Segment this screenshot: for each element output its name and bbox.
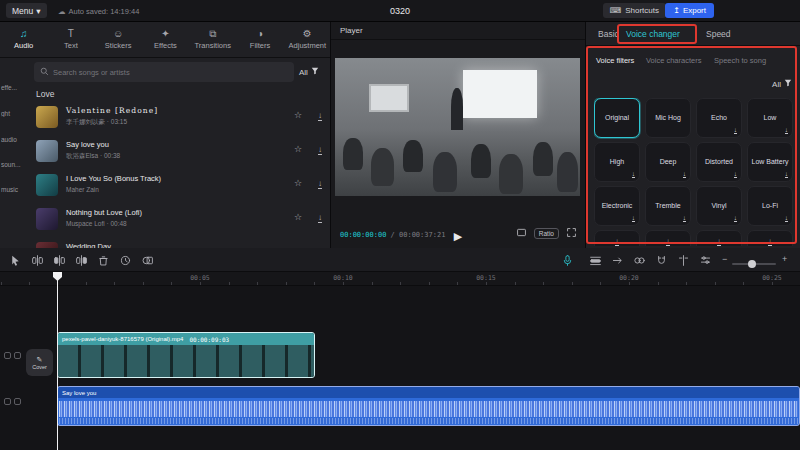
preview-quality-icon[interactable] [516, 227, 527, 240]
song-thumbnail [36, 140, 58, 162]
video-clip[interactable]: pexels-pavel-daniyuk-8716579 (Original).… [57, 332, 315, 378]
tab-adjustment[interactable]: ⚙ Adjustment [284, 22, 331, 57]
song-row[interactable]: Nothing but Love (Lofi) Muspace Lofi 00:… [36, 204, 328, 236]
song-duration: 03:15 [107, 118, 127, 125]
voice-filter-button[interactable]: Low ↓ [747, 98, 793, 138]
playhead[interactable] [57, 272, 58, 450]
player-title: Player [340, 26, 363, 35]
fullscreen-icon[interactable] [566, 227, 577, 240]
funnel-icon [784, 79, 792, 89]
voice-filter-button[interactable]: Distorted ↓ [696, 142, 742, 182]
star-icon[interactable]: ☆ [294, 144, 302, 154]
delete-icon[interactable] [96, 253, 110, 267]
voice-filter-all-button[interactable]: All [772, 79, 792, 89]
timeline-zoom-slider[interactable] [732, 263, 776, 265]
tab-audio[interactable]: ♫ Audio [0, 22, 47, 57]
magnet-icon[interactable] [654, 253, 668, 267]
song-thumbnail [36, 208, 58, 230]
mask-icon[interactable] [140, 253, 154, 267]
track-lock-icon[interactable] [14, 352, 21, 359]
song-artist: Maher Zain [66, 186, 99, 193]
preview-axis-icon[interactable] [676, 253, 690, 267]
audio-clip[interactable]: Say love you [57, 386, 800, 426]
tab-voice-changer[interactable]: Voice changer [626, 29, 680, 39]
song-row[interactable]: Valentine [Redone] 李千娜刘以豪 03:15 ☆ ↓ [36, 102, 328, 134]
ratio-button[interactable]: Ratio [534, 228, 559, 239]
subtab-speech-to-song[interactable]: Speech to song [714, 56, 766, 65]
whiteboard [369, 84, 409, 112]
timeline-ruler[interactable]: 00:05 00:10 00:15 00:20 00:25 [0, 272, 800, 286]
subtab-voice-filters[interactable]: Voice filters [596, 56, 634, 65]
download-icon[interactable]: ↓ [318, 213, 322, 223]
voice-filter-button[interactable]: Mic Hog [645, 98, 691, 138]
section-title: Love [36, 89, 54, 99]
tab-effects[interactable]: ✦ Effects [142, 22, 189, 57]
voice-filter-button[interactable]: Lo-Fi ↓ [747, 186, 793, 226]
subtab-voice-characters[interactable]: Voice characters [646, 56, 701, 65]
tab-stickers[interactable]: ☺ Stickers [95, 22, 142, 57]
video-clip-name: pexels-pavel-daniyuk-8716579 (Original).… [62, 336, 183, 342]
download-icon[interactable]: ↓ [318, 179, 322, 189]
freeze-frame-icon[interactable] [118, 253, 132, 267]
audio-category-item[interactable]: music [1, 186, 28, 193]
tab-text[interactable]: T Text [47, 22, 94, 57]
song-row[interactable]: Wedding Day [36, 238, 328, 248]
song-row[interactable]: Say love you 歌浴森Elsa 00:38 ☆ ↓ [36, 136, 328, 168]
audio-category-item[interactable]: soun... [1, 161, 28, 168]
track-lock-icon[interactable] [14, 398, 21, 405]
songs-filter-button[interactable]: All [299, 67, 319, 77]
track-height-icon[interactable] [698, 253, 712, 267]
split-icon[interactable] [30, 253, 44, 267]
zoom-slider-knob[interactable] [748, 260, 756, 268]
audio-waveform [59, 418, 798, 424]
voice-filter-button[interactable]: Electronic ↓ [594, 186, 640, 226]
download-icon: ↓ [666, 236, 669, 246]
audio-category-item[interactable]: audio [1, 136, 28, 143]
star-icon[interactable]: ☆ [294, 212, 302, 222]
play-button[interactable]: ▶ [454, 231, 462, 242]
inspector-tabs: Basic Voice changer Speed [586, 22, 800, 46]
voice-filter-button[interactable]: Original [594, 98, 640, 138]
voice-filter-button[interactable]: Deep ↓ [645, 142, 691, 182]
voice-filter-button[interactable]: Low Battery ↓ [747, 142, 793, 182]
star-icon[interactable]: ☆ [294, 110, 302, 120]
track-mute-icon[interactable] [4, 398, 11, 405]
record-voiceover-icon[interactable] [560, 253, 574, 267]
audio-category-item[interactable]: effe... [1, 84, 28, 91]
filters-icon: ◑ [257, 29, 263, 39]
delete-right-icon[interactable] [74, 253, 88, 267]
voice-filter-button[interactable]: ↓ [696, 230, 742, 246]
download-icon: ↓ [615, 236, 618, 246]
pencil-icon: ✎ [37, 356, 43, 363]
tab-speed[interactable]: Speed [706, 29, 731, 39]
inspector-panel: Basic Voice changer Speed Voice filters … [585, 22, 800, 248]
voice-filter-button[interactable]: ↓ [594, 230, 640, 246]
download-icon[interactable]: ↓ [318, 145, 322, 155]
voice-filter-button[interactable]: ↓ [747, 230, 793, 246]
voice-filter-button[interactable]: High ↓ [594, 142, 640, 182]
audio-category-item[interactable]: ght [1, 110, 28, 117]
auto-ripple-icon[interactable] [610, 253, 624, 267]
delete-left-icon[interactable] [52, 253, 66, 267]
zoom-out-button[interactable]: − [722, 254, 727, 264]
cursor-icon[interactable] [8, 253, 22, 267]
main-track-magnetic-icon[interactable] [588, 253, 602, 267]
voice-filter-button[interactable]: ↓ [645, 230, 691, 246]
tab-basic[interactable]: Basic [598, 29, 619, 39]
search-input[interactable] [53, 68, 288, 77]
voice-filter-button[interactable]: Tremble ↓ [645, 186, 691, 226]
tab-filters[interactable]: ◑ Filters [236, 22, 283, 57]
shortcuts-button[interactable]: ⌨ Shortcuts [603, 3, 666, 18]
star-icon[interactable]: ☆ [294, 178, 302, 188]
link-icon[interactable] [632, 253, 646, 267]
track-hide-icon[interactable] [4, 352, 11, 359]
song-row[interactable]: I Love You So (Bonus Track) Maher Zain ☆… [36, 170, 328, 202]
cover-button[interactable]: ✎ Cover [26, 349, 53, 376]
search-bar[interactable] [34, 62, 294, 82]
zoom-in-button[interactable]: + [782, 254, 787, 264]
voice-filter-button[interactable]: Vinyl ↓ [696, 186, 742, 226]
voice-filter-button[interactable]: Echo ↓ [696, 98, 742, 138]
tab-transitions[interactable]: ⧉ Transitions [189, 22, 236, 57]
download-icon[interactable]: ↓ [318, 111, 322, 121]
export-button[interactable]: ↥ Export [665, 3, 714, 18]
